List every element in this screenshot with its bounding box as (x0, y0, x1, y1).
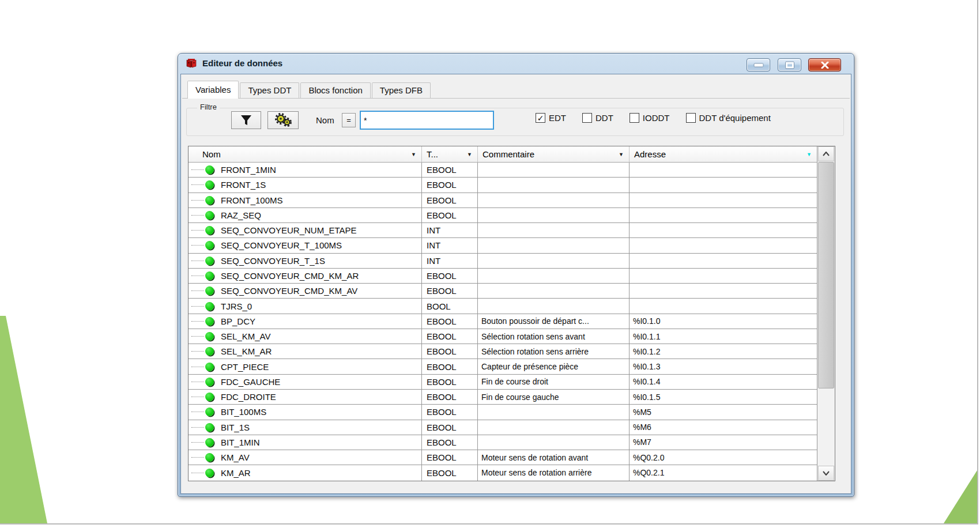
cell-type[interactable]: BOOL (422, 299, 478, 313)
cell-type[interactable]: EBOOL (422, 435, 478, 450)
cell-comment[interactable] (478, 435, 630, 450)
cell-name[interactable]: TJRS_0 (189, 299, 422, 313)
table-row[interactable]: KM_AV EBOOL Moteur sens de rotation avan… (189, 450, 817, 465)
cell-name[interactable]: BIT_100MS (189, 405, 422, 419)
filter-checkbox[interactable]: DDT d'équipement (686, 113, 771, 123)
column-header[interactable]: T... (422, 146, 478, 163)
table-row[interactable]: SEQ_CONVOYEUR_CMD_KM_AR EBOOL (189, 269, 817, 284)
column-header[interactable]: Nom (189, 146, 422, 163)
column-filter-arrow-icon[interactable] (806, 152, 812, 157)
cell-name[interactable]: SEQ_CONVOYEUR_CMD_KM_AV (189, 284, 422, 298)
equals-operator-button[interactable]: = (342, 113, 356, 127)
table-row[interactable]: SEL_KM_AV EBOOL Sélection rotation sens … (189, 329, 817, 344)
checkbox-box[interactable] (536, 113, 545, 123)
filter-checkbox[interactable]: DDT (582, 113, 613, 123)
cell-type[interactable]: EBOOL (422, 269, 478, 283)
cell-address[interactable] (630, 284, 817, 298)
cell-comment[interactable]: Capteur de présence pièce (478, 359, 630, 373)
cell-address[interactable]: %Q0.2.0 (630, 450, 817, 465)
table-row[interactable]: FDC_DROITE EBOOL Fin de course gauche %I… (189, 390, 817, 405)
scroll-down-button[interactable] (818, 466, 834, 481)
column-filter-arrow-icon[interactable] (411, 152, 416, 157)
cell-name[interactable]: SEQ_CONVOYEUR_NUM_ETAPE (189, 223, 422, 237)
tab[interactable]: Types DFB (372, 82, 431, 98)
table-row[interactable]: TJRS_0 BOOL (189, 299, 817, 314)
cell-comment[interactable] (478, 238, 630, 252)
table-row[interactable]: BIT_1S EBOOL %M6 (189, 420, 817, 435)
table-row[interactable]: SEL_KM_AR EBOOL Sélection rotation sens … (189, 344, 817, 359)
cell-name[interactable]: SEQ_CONVOYEUR_T_1S (189, 254, 422, 268)
cell-address[interactable]: %I0.1.3 (630, 359, 817, 373)
titlebar[interactable]: Editeur de données (178, 54, 854, 74)
cell-type[interactable]: EBOOL (422, 450, 478, 465)
cell-comment[interactable] (478, 269, 630, 283)
cell-address[interactable] (630, 178, 817, 192)
cell-type[interactable]: EBOOL (422, 329, 478, 344)
table-row[interactable]: RAZ_SEQ EBOOL (189, 208, 817, 223)
column-filter-arrow-icon[interactable] (619, 152, 624, 157)
cell-comment[interactable] (478, 299, 630, 313)
cell-name[interactable]: SEL_KM_AV (189, 329, 422, 344)
maximize-button[interactable] (778, 58, 801, 71)
cell-name[interactable]: BIT_1S (189, 420, 422, 435)
tab[interactable]: Variables (187, 81, 239, 99)
cell-comment[interactable] (478, 254, 630, 268)
table-row[interactable]: BP_DCY EBOOL Bouton poussoir de départ c… (189, 314, 817, 329)
table-row[interactable]: BIT_100MS EBOOL %M5 (189, 405, 817, 420)
cell-type[interactable]: EBOOL (422, 314, 478, 329)
cell-name[interactable]: BIT_1MIN (189, 435, 422, 450)
cell-address[interactable] (630, 193, 817, 207)
cell-type[interactable]: EBOOL (422, 178, 478, 192)
cell-type[interactable]: EBOOL (422, 375, 478, 389)
cell-comment[interactable] (478, 178, 630, 192)
cell-address[interactable]: %I0.1.0 (630, 314, 817, 329)
cell-name[interactable]: BP_DCY (189, 314, 422, 329)
cell-name[interactable]: FDC_DROITE (189, 390, 422, 404)
cell-name[interactable]: SEQ_CONVOYEUR_T_100MS (189, 238, 422, 252)
cell-name[interactable]: FRONT_1S (189, 178, 422, 192)
cell-comment[interactable]: Sélection rotation sens avant (478, 329, 630, 344)
cell-address[interactable]: %M7 (630, 435, 817, 450)
vertical-scrollbar[interactable] (817, 146, 835, 481)
filter-checkbox[interactable]: IODDT (630, 113, 670, 123)
cell-comment[interactable] (478, 405, 630, 419)
cell-address[interactable]: %M5 (630, 405, 817, 419)
minimize-button[interactable] (747, 58, 770, 71)
cell-type[interactable]: EBOOL (422, 163, 478, 177)
table-row[interactable]: SEQ_CONVOYEUR_T_1S INT (189, 254, 817, 269)
cell-name[interactable]: KM_AR (189, 465, 422, 480)
cell-comment[interactable] (478, 284, 630, 298)
scrollbar-thumb[interactable] (818, 162, 834, 388)
cell-comment[interactable] (478, 223, 630, 237)
cell-type[interactable]: EBOOL (422, 208, 478, 222)
filter-options-button[interactable] (267, 111, 299, 129)
cell-name[interactable]: SEL_KM_AR (189, 344, 422, 359)
apply-filter-button[interactable] (231, 111, 261, 129)
checkbox-box[interactable] (582, 113, 592, 123)
cell-address[interactable] (630, 208, 817, 222)
cell-comment[interactable] (478, 208, 630, 222)
cell-address[interactable]: %I0.1.4 (630, 375, 817, 389)
table-row[interactable]: FRONT_100MS EBOOL (189, 193, 817, 208)
cell-comment[interactable]: Moteur sens de rotation avant (478, 450, 630, 465)
column-header[interactable]: Adresse (630, 146, 817, 163)
cell-name[interactable]: CPT_PIECE (189, 359, 422, 373)
cell-address[interactable] (630, 254, 817, 268)
cell-address[interactable] (630, 238, 817, 252)
cell-comment[interactable] (478, 163, 630, 177)
cell-name[interactable]: FDC_GAUCHE (189, 375, 422, 389)
table-row[interactable]: BIT_1MIN EBOOL %M7 (189, 435, 817, 450)
cell-type[interactable]: EBOOL (422, 284, 478, 298)
table-row[interactable]: SEQ_CONVOYEUR_T_100MS INT (189, 238, 817, 253)
table-row[interactable]: FRONT_1S EBOOL (189, 178, 817, 193)
cell-type[interactable]: EBOOL (422, 420, 478, 435)
cell-address[interactable] (630, 223, 817, 237)
cell-name[interactable]: FRONT_1MIN (189, 163, 422, 177)
close-button[interactable] (808, 58, 841, 71)
cell-comment[interactable] (478, 193, 630, 207)
cell-type[interactable]: EBOOL (422, 405, 478, 419)
cell-type[interactable]: EBOOL (422, 193, 478, 207)
cell-comment[interactable]: Fin de course droit (478, 375, 630, 389)
filter-checkbox[interactable]: EDT (536, 113, 566, 123)
cell-type[interactable]: EBOOL (422, 344, 478, 359)
